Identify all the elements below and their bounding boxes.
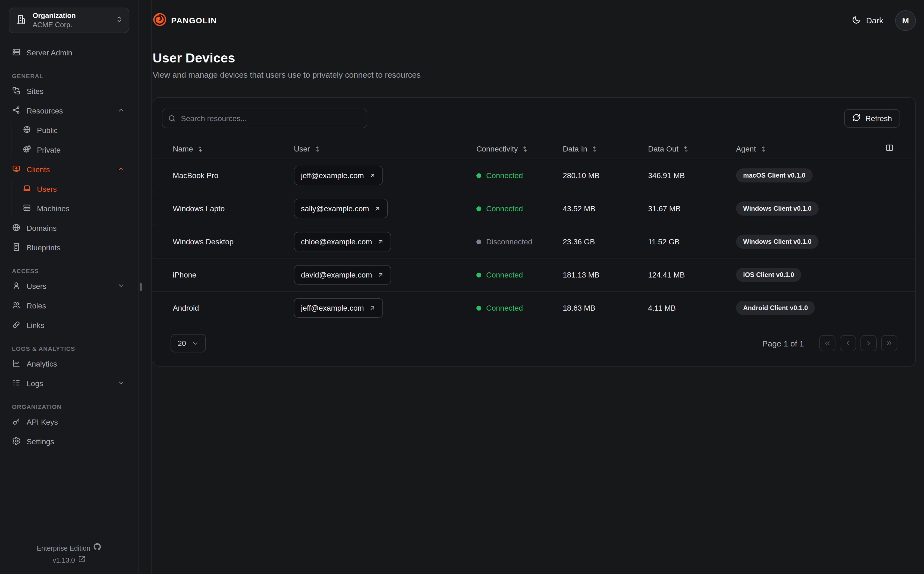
page-title: User Devices (153, 50, 916, 66)
main-content: PANGOLIN Dark M User Devices View and ma… (151, 0, 924, 574)
section-access: ACCESS (9, 265, 129, 276)
chevron-down-icon (117, 379, 125, 388)
sidebar-item-label: Public (37, 126, 58, 135)
columns-toggle-icon[interactable] (885, 144, 894, 154)
user-link-button[interactable]: chloe@example.com (294, 232, 391, 251)
arrow-up-right-icon (369, 172, 376, 179)
sidebar-item-roles[interactable]: Roles (9, 296, 129, 315)
column-header-data-in[interactable]: Data In (563, 145, 648, 153)
sidebar-item-clients[interactable]: Clients (9, 160, 129, 179)
sidebar-item-blueprints[interactable]: Blueprints (9, 238, 129, 257)
column-header-name[interactable]: Name (173, 145, 294, 153)
section-logs-analytics: LOGS & ANALYTICS (9, 343, 129, 354)
chevron-left-icon (844, 339, 852, 347)
user-link-button[interactable]: jeff@example.com (294, 298, 383, 318)
scrollbar-thumb[interactable] (140, 283, 142, 291)
table-footer: 20 Page 1 of 1 (153, 334, 915, 352)
sidebar-item-label: Blueprints (27, 243, 61, 252)
column-header-data-out[interactable]: Data Out (648, 145, 736, 153)
page-size-select[interactable]: 20 (170, 334, 206, 352)
column-header-connectivity[interactable]: Connectivity (476, 145, 563, 153)
connectivity-status: Connected (476, 204, 563, 213)
chevrons-up-down-icon (115, 15, 123, 25)
theme-toggle[interactable]: Dark (852, 15, 883, 26)
search-input[interactable] (162, 109, 367, 128)
avatar-initial: M (902, 16, 909, 25)
brand-name: PANGOLIN (171, 16, 217, 25)
sidebar-item-label: Domains (27, 224, 57, 232)
sidebar-footer: Enterprise Edition v1.13.0 (0, 542, 138, 566)
pangolin-logo-icon (153, 12, 167, 28)
user-icon (12, 281, 20, 291)
moon-icon (852, 15, 861, 26)
table-row: Windows Desktop chloe@example.com Discon… (153, 225, 915, 258)
agent-badge: Windows Client v0.1.0 (736, 235, 818, 249)
user-link-button[interactable]: jeff@example.com (294, 166, 383, 185)
sidebar-item-resources[interactable]: Resources (9, 101, 129, 121)
github-icon[interactable] (94, 542, 101, 555)
sidebar-item-public[interactable]: Public (9, 121, 129, 140)
chevron-down-icon (191, 340, 199, 347)
external-link-icon[interactable] (78, 555, 85, 566)
sidebar-item-links[interactable]: Links (9, 315, 129, 335)
column-header-agent[interactable]: Agent (736, 145, 894, 153)
sidebar-item-label: Analytics (27, 360, 57, 368)
sort-icon (522, 145, 529, 152)
column-header-user[interactable]: User (294, 145, 476, 153)
sort-icon (760, 145, 767, 152)
user-link-button[interactable]: david@example.com (294, 265, 391, 285)
org-selector[interactable]: Organization ACME Corp. (9, 8, 129, 33)
brand-logo[interactable]: PANGOLIN (153, 12, 217, 28)
sidebar-item-domains[interactable]: Domains (9, 218, 129, 238)
status-dot (476, 206, 481, 211)
table-header-row: Name User Connectivity Data In Data Out … (153, 139, 915, 159)
data-in: 23.36 GB (563, 237, 648, 246)
sidebar-item-api-keys[interactable]: API Keys (9, 412, 129, 432)
first-page-button[interactable] (819, 335, 836, 352)
sidebar-item-users[interactable]: Users (9, 276, 129, 296)
app-root: Organization ACME Corp. Server Admin GEN… (0, 0, 924, 574)
data-in: 18.63 MB (563, 304, 648, 312)
receipt-icon (12, 243, 20, 253)
user-email: chloe@example.com (301, 237, 372, 246)
table-toolbar: Refresh (153, 98, 915, 139)
sidebar-item-logs[interactable]: Logs (9, 374, 129, 393)
agent-badge: macOS Client v0.1.0 (736, 168, 812, 183)
sidebar-item-settings[interactable]: Settings (9, 432, 129, 451)
device-name: MacBook Pro (173, 171, 294, 180)
last-page-button[interactable] (881, 335, 897, 352)
sidebar-item-label: Machines (37, 204, 69, 213)
connectivity-status: Connected (476, 304, 563, 312)
prev-page-button[interactable] (840, 335, 856, 352)
sidebar-item-sites[interactable]: Sites (9, 82, 129, 101)
sidebar-item-analytics[interactable]: Analytics (9, 354, 129, 374)
page-size-value: 20 (178, 339, 186, 347)
top-header: PANGOLIN Dark M (153, 0, 916, 41)
sidebar-item-client-users[interactable]: Users (9, 179, 129, 199)
version-label: v1.13.0 (53, 555, 75, 566)
resources-subgroup: Public Private (9, 121, 129, 160)
data-out: 11.52 GB (648, 237, 736, 246)
status-dot (476, 239, 481, 244)
next-page-button[interactable] (861, 335, 877, 352)
data-out: 346.91 MB (648, 171, 736, 180)
sidebar-item-label: Server Admin (27, 48, 72, 57)
data-in: 43.52 MB (563, 204, 648, 213)
sidebar-item-private[interactable]: Private (9, 140, 129, 160)
refresh-button[interactable]: Refresh (844, 109, 900, 128)
connectivity-status: Disconnected (476, 237, 563, 246)
building-icon (16, 14, 26, 27)
sidebar-item-label: Users (27, 282, 46, 290)
user-link-button[interactable]: sally@example.com (294, 199, 388, 218)
status-dot (476, 173, 481, 178)
table-row: Android jeff@example.com Connected 18.63… (153, 291, 915, 324)
sidebar-item-server-admin[interactable]: Server Admin (9, 43, 129, 63)
table-row: MacBook Pro jeff@example.com Connected 2… (153, 159, 915, 192)
sidebar-item-machines[interactable]: Machines (9, 199, 129, 218)
avatar[interactable]: M (895, 10, 916, 31)
refresh-icon (852, 114, 861, 123)
data-in: 280.10 MB (563, 171, 648, 180)
table-row: Windows Lapto sally@example.com Connecte… (153, 192, 915, 225)
sidebar-item-label: Clients (27, 165, 50, 174)
chevron-up-icon (117, 165, 125, 174)
